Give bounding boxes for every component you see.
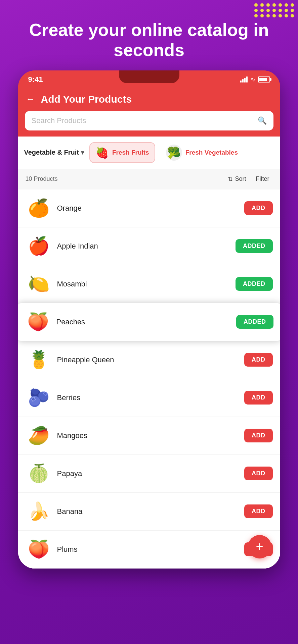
peaches-added-button[interactable]: ADDED: [236, 315, 273, 329]
battery-icon: [258, 76, 270, 83]
signal-bars-icon: [240, 76, 248, 83]
list-item: 🥭MangoesADD: [18, 417, 280, 455]
peaches-icon: 🍑: [25, 309, 52, 335]
category-dropdown[interactable]: Vegetable & Fruit ▾: [24, 149, 84, 156]
list-item: 🫐BerriesADD: [18, 379, 280, 417]
status-bar: 9:41 ∿: [18, 70, 280, 89]
pineapple-queen-add-button[interactable]: ADD: [244, 353, 273, 367]
fresh-vegetables-label: Fresh Vegetables: [185, 149, 238, 156]
category-chip-fresh-vegetables[interactable]: 🥦 Fresh Vegetables: [161, 141, 243, 164]
category-chip-fresh-fruits[interactable]: 🍓 Fresh Fruits: [89, 142, 155, 163]
search-container: Search Products 🔍: [18, 111, 280, 137]
fresh-fruits-label: Fresh Fruits: [112, 149, 149, 156]
apple-indian-icon: 🍎: [26, 233, 52, 260]
orange-name: Orange: [52, 204, 245, 213]
pineapple-queen-icon: 🍍: [26, 346, 52, 373]
mangoes-add-button[interactable]: ADD: [244, 429, 273, 442]
hero-title: Create your online catalog in seconds: [0, 20, 298, 60]
app-header: ← Add Your Products: [18, 89, 280, 111]
content-area: Vegetable & Fruit ▾ 🍓 Fresh Fruits 🥦 Fre…: [18, 137, 280, 569]
list-item: 🍌BananaADD: [18, 493, 280, 531]
mosambi-icon: 🍋: [26, 271, 52, 298]
papaya-name: Papaya: [52, 469, 245, 478]
papaya-add-button[interactable]: ADD: [244, 467, 273, 480]
berries-add-button[interactable]: ADD: [244, 391, 273, 405]
product-list: 🍊OrangeADD🍎Apple IndianADDED🍋MosambiADDE…: [18, 190, 280, 569]
category-dropdown-label: Vegetable & Fruit: [24, 149, 79, 156]
plums-icon: 🍑: [26, 536, 52, 563]
apple-indian-added-button[interactable]: ADDED: [236, 239, 273, 253]
berries-name: Berries: [52, 393, 245, 402]
divider: [251, 175, 251, 183]
berries-icon: 🫐: [26, 384, 52, 411]
mangoes-icon: 🥭: [26, 422, 52, 449]
peaches-name: Peaches: [52, 318, 236, 326]
mangoes-name: Mangoes: [52, 431, 245, 440]
fab-add-button[interactable]: +: [248, 535, 271, 558]
list-item: 🍑PeachesADDED: [18, 303, 280, 341]
list-item: 🍍Pineapple QueenADD: [18, 341, 280, 379]
banana-icon: 🍌: [26, 498, 52, 525]
apple-indian-name: Apple Indian: [52, 242, 236, 251]
sort-label: Sort: [235, 175, 246, 182]
search-icon: 🔍: [258, 116, 267, 125]
products-header: 10 Products ⇅ Sort Filter: [18, 169, 280, 190]
orange-icon: 🍊: [26, 195, 52, 222]
search-box[interactable]: Search Products 🔍: [25, 111, 273, 130]
fresh-fruits-icon: 🍓: [95, 146, 109, 159]
products-count: 10 Products: [26, 175, 58, 182]
page-title: Add Your Products: [41, 94, 132, 105]
banana-add-button[interactable]: ADD: [244, 504, 273, 518]
list-item: 🍑PlumsADD: [18, 531, 280, 569]
sort-filter-row: ⇅ Sort Filter: [224, 173, 272, 185]
category-row: Vegetable & Fruit ▾ 🍓 Fresh Fruits 🥦 Fre…: [18, 137, 280, 169]
orange-add-button[interactable]: ADD: [244, 201, 273, 215]
dots-decoration: [254, 3, 295, 17]
list-item: 🍊OrangeADD: [18, 190, 280, 227]
mosambi-added-button[interactable]: ADDED: [236, 277, 273, 291]
phone-mockup: 9:41 ∿ ← Add Your Products Search Produc…: [18, 70, 280, 569]
pineapple-queen-name: Pineapple Queen: [52, 356, 245, 364]
search-input[interactable]: Search Products: [32, 116, 86, 125]
chevron-down-icon: ▾: [81, 149, 84, 156]
list-item: 🍋MosambiADDED: [18, 265, 280, 303]
status-icons: ∿: [240, 76, 270, 83]
list-item: 🍎Apple IndianADDED: [18, 227, 280, 265]
fresh-vegetables-icon: 🥦: [166, 145, 182, 161]
mosambi-name: Mosambi: [52, 280, 236, 288]
papaya-icon: 🍈: [26, 460, 52, 487]
filter-button[interactable]: Filter: [253, 173, 273, 184]
wifi-icon: ∿: [250, 76, 255, 83]
list-item: 🍈PapayaADD: [18, 455, 280, 493]
sort-button[interactable]: ⇅ Sort: [224, 173, 249, 185]
banana-name: Banana: [52, 507, 245, 516]
status-time: 9:41: [28, 75, 43, 84]
back-button[interactable]: ←: [26, 94, 35, 104]
plums-name: Plums: [52, 545, 245, 554]
sort-icon: ⇅: [228, 175, 233, 183]
